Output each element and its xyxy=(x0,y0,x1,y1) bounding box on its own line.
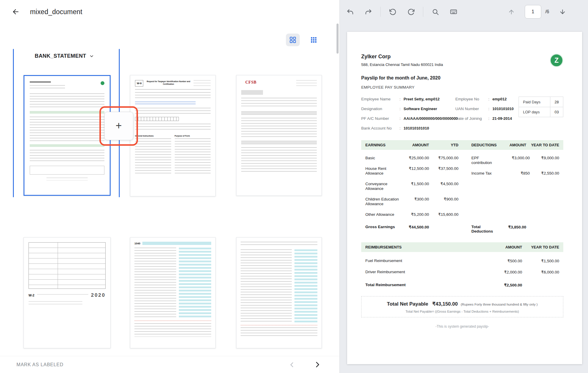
thumb-decor-lines xyxy=(30,93,104,108)
thumbnail-1040-page-2[interactable] xyxy=(236,237,322,348)
column-header: YEAR TO DATE xyxy=(526,143,559,147)
field-colon: : xyxy=(399,126,404,131)
back-button[interactable] xyxy=(9,5,22,19)
thumbnail-content: CFSB xyxy=(236,75,322,195)
thumb-ssn-boxes xyxy=(135,117,179,121)
thumb-decor-box xyxy=(30,166,104,175)
thumbnail-w2[interactable]: W-2 2020 xyxy=(24,237,111,348)
company-name: Zylker Corp xyxy=(361,54,443,60)
thumb-decor-lines xyxy=(241,118,317,138)
keyboard-shortcuts-button[interactable] xyxy=(446,4,461,19)
w9-section-title: Purpose of Form xyxy=(175,135,211,137)
redo-button[interactable] xyxy=(361,4,376,19)
grid-small-view-button[interactable] xyxy=(307,34,321,46)
thumb-decor-lines xyxy=(37,294,88,297)
column-header: AMOUNT xyxy=(478,245,522,249)
thumb-column: Purpose of Form xyxy=(175,135,211,174)
thumbnail-w9[interactable]: W-9 Request for Taxpayer Identification … xyxy=(130,75,216,196)
grid-small-icon xyxy=(310,36,317,44)
thumb-green-band xyxy=(30,111,104,114)
table-row: Conveyance Allowance₹1,500.00₹4,500.00 xyxy=(365,182,458,191)
w9-form-number: W-9 xyxy=(135,80,143,87)
field-label: Designation xyxy=(361,106,399,112)
attendance-row: Paid Days 28 xyxy=(519,97,563,107)
payslip-footnote: -This is system generated payslip- xyxy=(361,324,563,329)
field-value: emp012 xyxy=(492,97,507,102)
attendance-label: Paid Days xyxy=(519,97,550,107)
add-page-button[interactable]: + xyxy=(104,112,133,140)
thumbnail-payslip[interactable] xyxy=(24,75,111,196)
cfsb-logo: CFSB xyxy=(245,80,256,85)
totals-row: Gross Earnings ₹44,500.00 Total Deductio… xyxy=(361,225,563,233)
thumb-w2-grid xyxy=(29,242,106,289)
toolbar-divider xyxy=(380,7,381,17)
field-label: Bank Account No xyxy=(361,126,399,131)
net-payable-line: Total Net Payable ₹43,150.00 (Rupees For… xyxy=(364,301,560,307)
payslip-title: Payslip for the month of June, 2020 xyxy=(361,75,563,81)
thumb-decor-block xyxy=(241,90,263,95)
table-row: House Rent Allowance₹12,500.00₹37,500.00 xyxy=(365,166,458,176)
table-row: Children Education Allowance₹300.00₹900.… xyxy=(365,197,458,206)
total-label: Total Reimbursement xyxy=(365,283,478,287)
thumbnails-area: BANK_STATEMENT xyxy=(0,24,339,356)
keyboard-icon xyxy=(450,8,457,16)
thumb-w9-header: W-9 Request for Taxpayer Identification … xyxy=(135,80,211,89)
field-label: Employee Name xyxy=(361,97,399,102)
zylker-logo-mini xyxy=(101,81,104,85)
thumb-decor-lines xyxy=(241,147,317,173)
page-number-input[interactable] xyxy=(525,5,541,19)
gross-earnings: Gross Earnings ₹44,500.00 xyxy=(365,225,458,233)
fields-column-right: Employee No:emp012 UAN Number:1010101010… xyxy=(455,97,517,135)
previous-document-page-button[interactable] xyxy=(504,4,519,19)
field-colon: : xyxy=(399,97,404,102)
view-toggles xyxy=(286,34,321,46)
field-colon: : xyxy=(399,106,404,112)
thumbnail-1040[interactable]: 1040 xyxy=(130,237,216,348)
mark-as-labeled-button[interactable]: MARK AS LABELED xyxy=(16,362,64,367)
next-page-button[interactable] xyxy=(312,359,322,370)
field-label: Date of Joining xyxy=(455,116,488,121)
thumb-decor-lines xyxy=(194,80,211,87)
grid-large-view-button[interactable] xyxy=(286,34,300,46)
w2-year: 2020 xyxy=(91,292,106,298)
field-row: Designation:Software Engineer xyxy=(361,106,455,112)
row-ytd: ₹37,500.00 xyxy=(429,166,458,176)
row-amount: ₹25,000.00 xyxy=(401,156,429,160)
thumbnail-cfsb-statement[interactable]: CFSB xyxy=(236,75,322,196)
next-document-page-button[interactable] xyxy=(555,4,570,19)
row-ytd: ₹1,500.00 xyxy=(522,258,559,263)
column-header: AMOUNT xyxy=(498,143,526,147)
undo-button[interactable] xyxy=(343,4,357,19)
document-pages-panel: mixed_document BANK_STATEMENT xyxy=(0,0,339,373)
field-colon: : xyxy=(488,116,492,121)
thumb-cyan-cells xyxy=(294,249,317,323)
total-label: Total Deductions xyxy=(471,225,498,233)
group-label-bank-statement[interactable]: BANK_STATEMENT xyxy=(35,53,94,59)
group-label-text: BANK_STATEMENT xyxy=(35,53,86,59)
row-ytd: ₹900.00 xyxy=(429,197,458,206)
column-header: EARNINGS xyxy=(365,143,401,147)
field-row: Employee No:emp012 xyxy=(455,97,517,102)
thumb-decor-lines xyxy=(135,138,171,174)
rotate-right-button[interactable] xyxy=(404,4,418,19)
thumb-1040-body xyxy=(241,249,317,323)
search-button[interactable] xyxy=(428,4,443,19)
table-row: Other Allowance₹5,200.00₹15,600.00 xyxy=(365,212,458,217)
thumbnail-content xyxy=(24,76,110,195)
thumb-cfsb-header: CFSB xyxy=(241,80,317,87)
thumb-decor-lines xyxy=(135,108,211,114)
previous-page-button[interactable] xyxy=(287,360,297,369)
row-label: Conveyance Allowance xyxy=(365,182,401,191)
field-label: UAN Number xyxy=(455,106,488,112)
total-reimbursement-row: Total Reimbursement ₹2,500.00 xyxy=(361,283,563,287)
row-amount: ₹2,000.00 xyxy=(478,270,522,274)
rotate-ccw-icon xyxy=(389,8,397,16)
left-panel-scrollbar[interactable] xyxy=(337,24,339,54)
selection-range-line-left xyxy=(13,49,14,197)
attendance-value: 28 xyxy=(550,97,563,107)
total-value: ₹2,500.00 xyxy=(478,283,522,287)
net-payable-label: Total Net Payable xyxy=(387,301,428,307)
field-label: Employee No xyxy=(455,97,488,102)
rotate-left-button[interactable] xyxy=(385,4,400,19)
page-count: /6 xyxy=(545,9,549,14)
